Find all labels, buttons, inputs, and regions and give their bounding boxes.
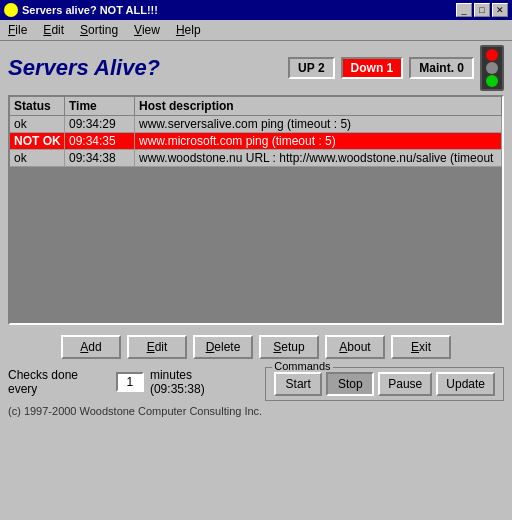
table-row[interactable]: NOT OK 09:34:35 www.microsoft.com ping (… <box>10 133 502 150</box>
menu-view[interactable]: View <box>130 22 164 38</box>
app-title: Servers Alive? <box>8 55 160 81</box>
menu-edit[interactable]: Edit <box>39 22 68 38</box>
close-button[interactable]: ✕ <box>492 3 508 17</box>
setup-button[interactable]: Setup <box>259 335 319 359</box>
checks-suffix: minutes (09:35:38) <box>150 368 249 396</box>
row-host: www.microsoft.com ping (timeout : 5) <box>135 133 502 149</box>
commands-box: Commands Start Stop Pause Update <box>265 367 504 401</box>
row-status: ok <box>10 150 65 166</box>
row-status: ok <box>10 116 65 132</box>
minimize-button[interactable]: _ <box>456 3 472 17</box>
header-row: Servers Alive? UP 2 Down 1 Maint. 0 <box>8 45 504 91</box>
row-status: NOT OK <box>10 133 65 149</box>
delete-button[interactable]: Delete <box>193 335 253 359</box>
window-title: Servers alive? NOT ALL!!! <box>22 4 158 16</box>
menu-file[interactable]: File <box>4 22 31 38</box>
status-indicators: UP 2 Down 1 Maint. 0 <box>288 45 504 91</box>
update-button[interactable]: Update <box>436 372 495 396</box>
col-host: Host description <box>135 97 502 115</box>
checks-interval-input[interactable] <box>116 372 144 392</box>
checks-row: Checks done every minutes (09:35:38) <box>8 368 249 396</box>
menu-help[interactable]: Help <box>172 22 205 38</box>
status-up: UP 2 <box>288 57 334 79</box>
edit-button[interactable]: Edit <box>127 335 187 359</box>
exit-button[interactable]: Exit <box>391 335 451 359</box>
bottom-area: Add Edit Delete Setup About Exit Checks … <box>0 329 512 423</box>
add-button[interactable]: Add <box>61 335 121 359</box>
about-button[interactable]: About <box>325 335 385 359</box>
pause-button[interactable]: Pause <box>378 372 432 396</box>
row-time: 09:34:29 <box>65 116 135 132</box>
servers-table: Status Time Host description ok 09:34:29… <box>8 95 504 325</box>
copyright: (c) 1997-2000 Woodstone Computer Consult… <box>8 405 504 417</box>
table-row[interactable]: ok 09:34:29 www.serversalive.com ping (t… <box>10 116 502 133</box>
checks-commands-row: Checks done every minutes (09:35:38) Com… <box>8 367 504 401</box>
stop-button[interactable]: Stop <box>326 372 374 396</box>
traffic-light <box>480 45 504 91</box>
status-down: Down 1 <box>341 57 404 79</box>
start-button[interactable]: Start <box>274 372 322 396</box>
commands-label: Commands <box>272 360 332 372</box>
col-status: Status <box>10 97 65 115</box>
menu-sorting[interactable]: Sorting <box>76 22 122 38</box>
status-maint: Maint. 0 <box>409 57 474 79</box>
main-area: Servers Alive? UP 2 Down 1 Maint. 0 Stat… <box>0 41 512 329</box>
light-yellow <box>486 62 498 74</box>
menu-bar: File Edit Sorting View Help <box>0 20 512 41</box>
row-time: 09:34:38 <box>65 150 135 166</box>
row-time: 09:34:35 <box>65 133 135 149</box>
title-bar: Servers alive? NOT ALL!!! _ □ ✕ <box>0 0 512 20</box>
action-buttons: Add Edit Delete Setup About Exit <box>8 335 504 359</box>
col-time: Time <box>65 97 135 115</box>
row-host: www.woodstone.nu URL : http://www.woodst… <box>135 150 502 166</box>
window-controls: _ □ ✕ <box>456 3 508 17</box>
maximize-button[interactable]: □ <box>474 3 490 17</box>
table-row[interactable]: ok 09:34:38 www.woodstone.nu URL : http:… <box>10 150 502 167</box>
table-header: Status Time Host description <box>10 97 502 116</box>
app-icon <box>4 3 18 17</box>
light-red <box>486 49 498 61</box>
light-green <box>486 75 498 87</box>
checks-label: Checks done every <box>8 368 110 396</box>
row-host: www.serversalive.com ping (timeout : 5) <box>135 116 502 132</box>
